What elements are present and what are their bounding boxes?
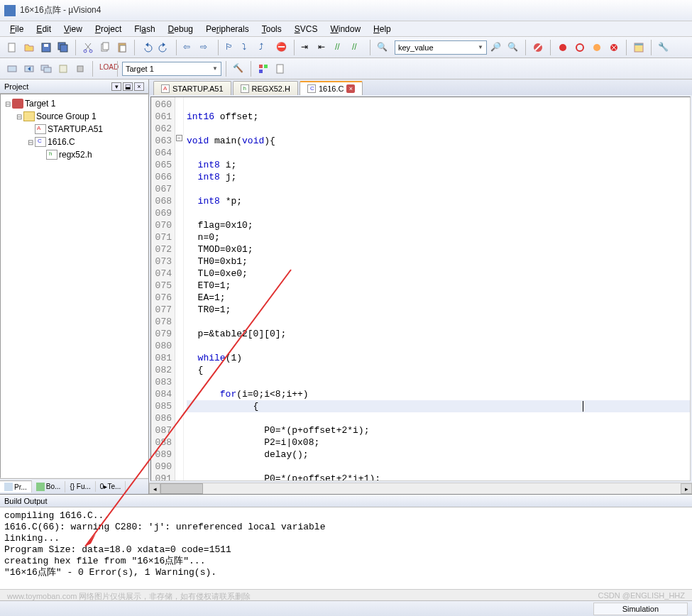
svg-rect-10 (120, 45, 126, 52)
find-icon[interactable]: 🔍 (375, 40, 390, 55)
svg-rect-28 (277, 65, 283, 73)
panel-dropdown-icon[interactable]: ▾ (111, 82, 121, 91)
fold-column[interactable]: − (175, 97, 184, 480)
project-panel-header: Project ▾ ⬓ × (0, 79, 148, 94)
file-ext-icon[interactable] (273, 61, 288, 77)
undo-icon[interactable] (139, 40, 155, 55)
copy-icon[interactable] (97, 40, 113, 55)
project-tree[interactable]: ⊟Target 1 ⊟Source Group 1 STARTUP.A51 ⊟1… (0, 94, 148, 478)
toolbar-build: LOAD Target 1▼ 🔨 (0, 58, 692, 79)
panel-tab-templates[interactable]: 0▸Te... (96, 481, 126, 492)
scroll-thumb[interactable] (160, 483, 203, 494)
menu-debug[interactable]: Debug (163, 23, 199, 35)
editor-h-scrollbar[interactable]: ◂ ▸ (149, 483, 692, 494)
save-icon[interactable] (38, 40, 54, 55)
tree-root[interactable]: ⊟Target 1 (4, 97, 145, 110)
search-combo[interactable]: key_value▼ (395, 40, 487, 55)
incremental-find-icon[interactable]: 🔍 (505, 40, 521, 55)
debug-icon[interactable] (530, 40, 546, 55)
tree-file-startup[interactable]: STARTUP.A51 (4, 123, 145, 136)
find-in-files-icon[interactable]: 🔎 (488, 40, 504, 55)
file-tab-startup[interactable]: STARTUP.A51 (153, 81, 231, 95)
target-value: Target 1 (126, 65, 154, 73)
menu-flash[interactable]: Flash (128, 23, 160, 35)
stop-build-icon[interactable] (72, 61, 88, 77)
menu-project[interactable]: Project (89, 23, 127, 35)
file-tabs: STARTUP.A51 REGX52.H 1616.C× (149, 79, 692, 95)
manage-project-icon[interactable] (256, 61, 271, 77)
bookmark-icon[interactable]: 🏳 (223, 40, 238, 55)
breakpoint-enable-icon[interactable] (572, 40, 588, 55)
bookmark-next-icon[interactable]: ⤵ (240, 40, 256, 55)
nav-back-icon[interactable]: ⇦ (181, 40, 197, 55)
svg-rect-25 (259, 65, 263, 68)
paste-icon[interactable] (114, 40, 130, 55)
search-value: key_value (398, 43, 434, 52)
build-h-scrollbar[interactable] (0, 589, 692, 600)
comment-icon[interactable]: // (333, 40, 348, 55)
tree-file-regx52[interactable]: regx52.h (4, 148, 145, 161)
tree-group[interactable]: ⊟Source Group 1 (4, 110, 145, 123)
menu-file[interactable]: File (4, 23, 29, 35)
panel-tab-books[interactable]: Bo... (32, 481, 66, 493)
menu-view[interactable]: View (58, 23, 88, 35)
build-output-panel: Build Output compiling 1616.C... 1616.C(… (0, 494, 692, 600)
batch-build-icon[interactable] (55, 61, 71, 77)
project-panel: Project ▾ ⬓ × ⊟Target 1 ⊟Source Group 1 … (0, 79, 149, 494)
line-gutter: 0600610620630640650660670680690700710720… (151, 97, 175, 480)
file-tab-regx52[interactable]: REGX52.H (233, 81, 298, 95)
bookmark-prev-icon[interactable]: ⤴ (257, 40, 273, 55)
new-file-icon[interactable] (4, 40, 20, 55)
download-icon[interactable]: LOAD (97, 61, 113, 77)
window-title: 16×16点阵 - µVision4 (20, 4, 101, 16)
breakpoint-disable-icon[interactable] (589, 40, 605, 55)
redo-icon[interactable] (156, 40, 172, 55)
status-bar: Simulation (0, 600, 692, 616)
menu-svcs[interactable]: SVCS (289, 23, 324, 35)
menu-window[interactable]: Window (324, 23, 366, 35)
file-tab-1616[interactable]: 1616.C× (300, 81, 363, 95)
svg-rect-4 (60, 45, 67, 52)
translate-icon[interactable] (4, 61, 20, 77)
cut-icon[interactable] (80, 40, 96, 55)
breakpoint-insert-icon[interactable] (555, 40, 571, 55)
open-icon[interactable] (21, 40, 37, 55)
panel-tab-functions[interactable]: {} Fu... (65, 481, 95, 492)
tab-close-icon[interactable]: × (346, 84, 355, 93)
build-icon[interactable] (21, 61, 37, 77)
panel-close-icon[interactable]: × (134, 82, 144, 91)
build-output-header: Build Output (0, 495, 692, 507)
target-combo[interactable]: Target 1▼ (122, 62, 221, 76)
svg-rect-18 (635, 43, 643, 45)
tree-file-1616[interactable]: ⊟1616.C (4, 136, 145, 148)
save-all-icon[interactable] (55, 40, 71, 55)
menu-tools[interactable]: Tools (256, 23, 287, 35)
indent-icon[interactable]: ⇥ (299, 40, 314, 55)
menu-edit[interactable]: Edit (31, 23, 57, 35)
svg-rect-22 (44, 67, 51, 72)
editor-area: STARTUP.A51 REGX52.H 1616.C× 06006106206… (149, 79, 692, 494)
svg-rect-24 (77, 66, 83, 72)
svg-rect-23 (60, 65, 67, 72)
nav-fwd-icon[interactable]: ⇨ (198, 40, 214, 55)
menu-help[interactable]: Help (368, 23, 397, 35)
breakpoint-kill-icon[interactable] (606, 40, 622, 55)
build-output-text[interactable]: compiling 1616.C... 1616.C(66): warning … (0, 507, 692, 589)
scroll-left-icon[interactable]: ◂ (149, 483, 160, 494)
target-options-icon[interactable]: 🔨 (231, 61, 246, 77)
uncomment-icon[interactable]: // (350, 40, 366, 55)
window-list-icon[interactable] (631, 40, 647, 55)
scroll-right-icon[interactable]: ▸ (681, 483, 692, 494)
code-editor[interactable]: 0600610620630640650660670680690700710720… (150, 97, 691, 481)
bookmark-clear-icon[interactable]: ⛔ (274, 40, 290, 55)
panel-tab-project[interactable]: Pr... (0, 480, 32, 493)
outdent-icon[interactable]: ⇤ (316, 40, 331, 55)
rebuild-icon[interactable] (38, 61, 54, 77)
menu-peripherals[interactable]: Peripherals (200, 23, 255, 35)
configure-icon[interactable]: 🔧 (656, 40, 671, 55)
svg-rect-0 (9, 43, 15, 52)
panel-pin-icon[interactable]: ⬓ (123, 82, 133, 91)
app-icon (4, 5, 16, 16)
code-content[interactable]: int16 offset;void main(void){ int8 i; in… (184, 97, 690, 480)
svg-rect-2 (44, 44, 48, 47)
